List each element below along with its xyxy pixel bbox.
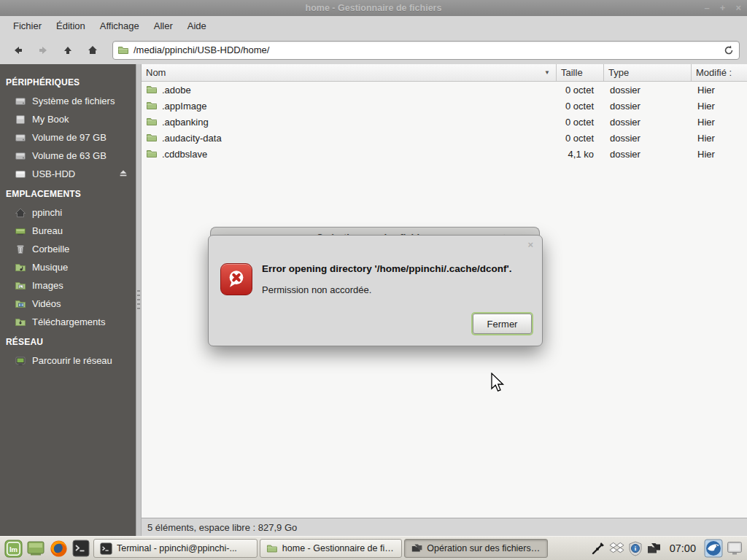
- back-icon: [12, 44, 24, 56]
- sidebar-item-images[interactable]: Images: [0, 276, 136, 295]
- file-row[interactable]: .audacity-data 0 octet dossier Hier: [142, 130, 747, 146]
- file-size: 4,1 ko: [557, 149, 604, 160]
- sidebar-item-label: Bureau: [32, 225, 63, 236]
- sidebar-item-systeme-de-fichiers[interactable]: Système de fichiers: [0, 92, 136, 110]
- folder-icon: [146, 100, 158, 112]
- sidebar-item-label: Images: [32, 280, 63, 291]
- file-row[interactable]: .adobe 0 octet dossier Hier: [142, 82, 747, 98]
- drive-icon: [15, 114, 26, 125]
- menu-fichier[interactable]: Fichier: [6, 18, 49, 34]
- up-arrow-icon: [62, 44, 74, 56]
- sidebar-item-label: Parcourir le réseau: [32, 355, 112, 366]
- display-tray-icon[interactable]: [727, 541, 743, 556]
- column-header-modifie[interactable]: Modifié :: [692, 64, 747, 81]
- terminal-icon: [72, 540, 90, 557]
- menu-aide[interactable]: Aide: [180, 18, 214, 34]
- sidebar-item-bureau[interactable]: Bureau: [0, 222, 136, 240]
- error-dialog: × Error opening directory '/home/ppinchi…: [208, 235, 543, 346]
- sidebar-item-videos[interactable]: Vidéos: [0, 295, 136, 313]
- file-size: 0 octet: [557, 101, 604, 112]
- sidebar-item-telechargements[interactable]: Téléchargements: [0, 313, 136, 331]
- clock[interactable]: 07:00: [670, 542, 696, 554]
- home-icon: [15, 207, 26, 219]
- update-shield-tray-icon[interactable]: i: [628, 541, 643, 556]
- file-size: 0 octet: [557, 117, 604, 128]
- column-header-nom[interactable]: Nom ▼: [142, 64, 557, 81]
- menu-affichage[interactable]: Affichage: [93, 18, 147, 34]
- firefox-launcher[interactable]: [48, 539, 69, 559]
- file-size: 0 octet: [557, 133, 604, 144]
- fermer-button[interactable]: Fermer: [473, 314, 532, 334]
- folder-icon: [146, 116, 158, 128]
- path-bar[interactable]: /media/ppinchi/USB-HDD/home/: [112, 41, 740, 60]
- file-row[interactable]: .cddbslave 4,1 ko dossier Hier: [142, 146, 747, 162]
- menu-aller[interactable]: Aller: [147, 18, 180, 34]
- desktop: { "window": { "title": "home - Gestionna…: [0, 0, 747, 560]
- home-icon: [87, 44, 98, 56]
- file-name-cell: .aqbanking: [142, 116, 557, 128]
- stylus-tray-icon[interactable]: [591, 541, 605, 556]
- status-text: 5 éléments, espace libre : 827,9 Go: [147, 522, 297, 533]
- file-name-cell: .audacity-data: [142, 132, 557, 144]
- error-icon: [220, 263, 252, 295]
- sidebar-item-musique[interactable]: Musique: [0, 258, 136, 276]
- folder-icon: [146, 148, 158, 160]
- desktop-icon: [15, 225, 26, 237]
- home-button[interactable]: [82, 40, 104, 61]
- maximize-button[interactable]: +: [720, 0, 726, 16]
- sidebar-item-parcourir-le-reseau[interactable]: Parcourir le réseau: [0, 351, 136, 370]
- drive-icon: [15, 150, 26, 162]
- minimize-button[interactable]: –: [705, 0, 710, 16]
- column-header-type[interactable]: Type: [604, 64, 692, 81]
- task-label: Terminal - ppinchi@ppinchi-...: [117, 543, 237, 553]
- music-folder-icon: [15, 262, 26, 273]
- taskbar-task-file-manager[interactable]: home - Gestionnaire de fichi...: [260, 539, 402, 558]
- network-icon: [15, 355, 26, 367]
- list-header: Nom ▼ Taille Type Modifié :: [142, 64, 747, 82]
- file-operations-tray-icon[interactable]: [646, 542, 662, 556]
- firefox-icon: [50, 540, 68, 558]
- task-label: Opération sur des fichiers e...: [427, 543, 541, 553]
- mint-menu-button[interactable]: lm: [3, 539, 23, 559]
- file-name-cell: .appImage: [142, 100, 557, 112]
- sidebar-item-corbeille[interactable]: Corbeille: [0, 240, 136, 258]
- terminal-launcher[interactable]: [71, 539, 91, 559]
- forward-button[interactable]: [32, 40, 54, 61]
- mouse-cursor: [490, 373, 505, 393]
- titlebar[interactable]: home - Gestionnaire de fichiers – + ×: [0, 0, 747, 16]
- sidebar-item-usb-hdd[interactable]: USB-HDD: [0, 165, 136, 183]
- svg-text:lm: lm: [9, 545, 17, 553]
- sidebar-item-label: Volume de 97 GB: [32, 132, 107, 143]
- file-row[interactable]: .appImage 0 octet dossier Hier: [142, 98, 747, 114]
- terminal-icon: [100, 542, 112, 555]
- sidebar-item-volume-97gb[interactable]: Volume de 97 GB: [0, 128, 136, 147]
- sidebar-item-ppinchi[interactable]: ppinchi: [0, 203, 136, 222]
- file-size: 0 octet: [557, 85, 604, 96]
- file-name: .aqbanking: [162, 117, 209, 128]
- dropbox-tray-icon[interactable]: [609, 541, 624, 556]
- sidebar-item-label: Vidéos: [32, 298, 61, 309]
- path-text[interactable]: /media/ppinchi/USB-HDD/home/: [133, 44, 719, 55]
- sidebar-item-my-book[interactable]: My Book: [0, 110, 136, 128]
- file-modified: Hier: [692, 133, 747, 144]
- up-button[interactable]: [57, 40, 79, 61]
- pane-splitter[interactable]: [136, 64, 142, 536]
- dialog-close-icon[interactable]: ×: [527, 239, 533, 250]
- taskbar-task-file-operation[interactable]: Opération sur des fichiers e...: [404, 539, 548, 558]
- folder-icon: [146, 84, 158, 96]
- show-desktop-button[interactable]: [26, 539, 46, 559]
- eject-button[interactable]: [118, 168, 128, 180]
- file-modified: Hier: [692, 101, 747, 112]
- close-button[interactable]: ×: [735, 0, 741, 16]
- file-type: dossier: [604, 149, 692, 160]
- column-header-taille[interactable]: Taille: [557, 64, 604, 81]
- back-button[interactable]: [7, 40, 29, 61]
- refresh-icon[interactable]: [723, 44, 735, 56]
- file-row[interactable]: .aqbanking 0 octet dossier Hier: [142, 114, 747, 130]
- images-folder-icon: [15, 280, 26, 292]
- menu-edition[interactable]: Édition: [49, 18, 93, 34]
- sidebar-item-volume-63gb[interactable]: Volume de 63 GB: [0, 147, 136, 165]
- thunderbird-tray-icon[interactable]: [704, 539, 723, 558]
- taskbar-task-terminal[interactable]: Terminal - ppinchi@ppinchi-...: [93, 539, 258, 558]
- mint-menu-icon: lm: [4, 540, 23, 558]
